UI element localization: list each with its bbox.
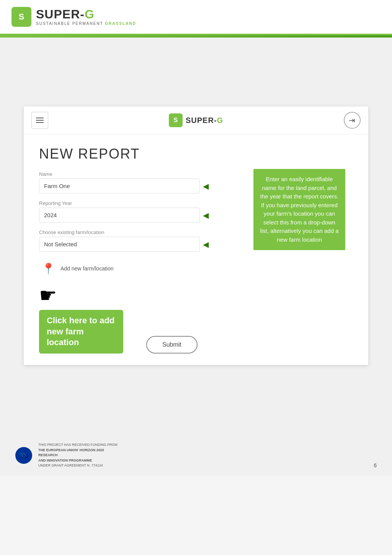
page-number: 6 xyxy=(374,462,377,468)
location-input[interactable] xyxy=(39,237,200,252)
year-arrow-icon: ◀ xyxy=(203,211,209,220)
logo-title: SUPER-G xyxy=(36,8,136,20)
page-title: NEW REPORT xyxy=(39,146,353,162)
map-pin-icon: 📍 xyxy=(39,259,57,278)
logo-text: SUPER-G SUSTAINABLE PERMANENT GRASSLAND xyxy=(36,8,136,26)
logout-icon: ⇥ xyxy=(349,116,355,125)
content-row: NEW REPORT Name ◀ Reporting Year xyxy=(39,146,353,354)
app-card: S SUPER-G ⇥ NEW REPORT Name xyxy=(24,106,368,365)
logo-subtitle: SUSTAINABLE PERMANENT GRASSLAND xyxy=(36,21,136,26)
logout-button[interactable]: ⇥ xyxy=(344,112,361,129)
tooltip-box: Enter an easily identifiable name for th… xyxy=(253,169,345,250)
mid-background xyxy=(0,38,392,106)
bottom-action-row: Click here to add new farm location Subm… xyxy=(39,308,353,354)
cursor-hand-area: ☛ xyxy=(39,285,353,305)
click-here-button[interactable]: Click here to add new farm location xyxy=(39,310,123,354)
app-logo: S SUPER-G xyxy=(169,113,223,127)
year-input[interactable] xyxy=(39,208,200,223)
hamburger-icon xyxy=(36,118,44,123)
eu-flag-icon: 🇪🇺 xyxy=(15,447,32,464)
location-arrow-icon: ◀ xyxy=(203,240,209,249)
add-farm-row: 📍 Add new farm/location xyxy=(39,259,353,278)
app-card-header: S SUPER-G ⇥ xyxy=(24,106,368,134)
app-logo-icon: S xyxy=(169,113,183,127)
name-input[interactable] xyxy=(39,178,200,193)
add-farm-label: Add new farm/location xyxy=(60,265,114,272)
hand-cursor-icon: ☛ xyxy=(39,284,57,306)
footer-area: 🇪🇺 THIS PROJECT HAS RECEIVED FUNDING FRO… xyxy=(0,380,392,476)
submit-button[interactable]: Submit xyxy=(146,336,198,354)
menu-button[interactable] xyxy=(31,112,48,129)
footer-content: 🇪🇺 THIS PROJECT HAS RECEIVED FUNDING FRO… xyxy=(15,442,122,468)
form-area: NEW REPORT Name ◀ Reporting Year xyxy=(24,134,368,365)
app-logo-text: SUPER-G xyxy=(186,116,223,125)
logo: S SUPER-G SUSTAINABLE PERMANENT GRASSLAN… xyxy=(11,7,136,27)
top-header: S SUPER-G SUSTAINABLE PERMANENT GRASSLAN… xyxy=(0,0,392,35)
app-card-wrapper: S SUPER-G ⇥ NEW REPORT Name xyxy=(0,106,392,380)
footer-text: THIS PROJECT HAS RECEIVED FUNDING FROM T… xyxy=(38,442,122,468)
name-arrow-icon: ◀ xyxy=(203,182,209,191)
logo-icon: S xyxy=(11,7,31,27)
